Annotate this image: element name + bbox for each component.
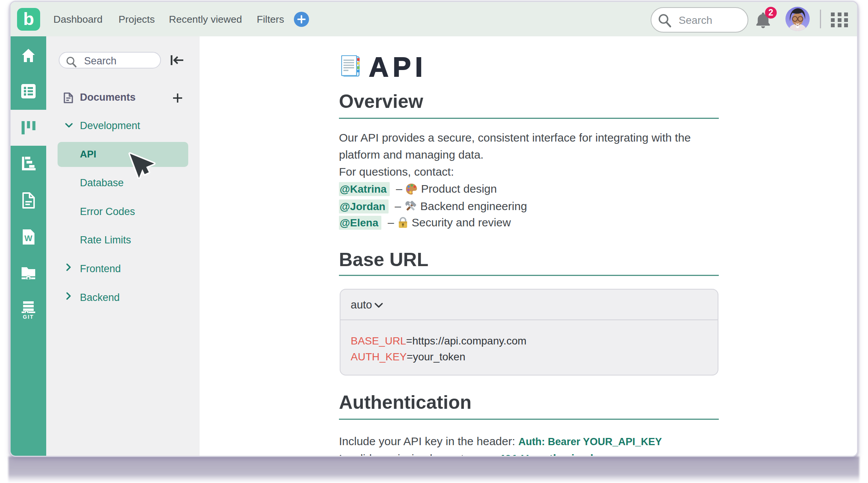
svg-text:W: W bbox=[24, 234, 32, 243]
